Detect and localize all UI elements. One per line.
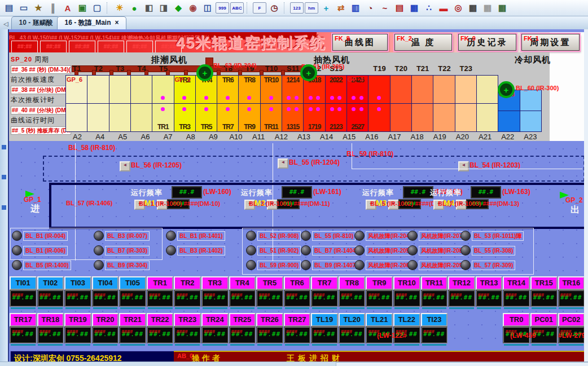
kiln-cell-bottom[interactable]: TR3 [174,103,196,132]
pilot-lamp-icon[interactable] [354,231,365,241]
track-arrow-button[interactable]: ◄ [120,161,130,171]
temp-cell-label[interactable]: TR1 [147,276,174,290]
temp-cell-label[interactable]: TR15 [530,276,558,290]
scatter-plot-icon[interactable]: ∴ [422,2,436,14]
numeric-999-display-icon[interactable]: 999 [216,2,229,14]
pilot-lamp-icon[interactable] [94,260,104,270]
parameter-value-display[interactable]: ##_5 (秒) 推板库存 (DM-98) [11,126,71,135]
pilot-lamp-icon[interactable] [12,231,22,241]
kiln-cell-bottom[interactable] [411,103,433,132]
temp-cell-label[interactable]: TL22 [393,313,420,327]
temp-cell-label[interactable]: TR24 [201,313,229,327]
kiln-cell-top[interactable]: 2022 [325,75,347,104]
temp-cell-label[interactable]: TI03 [64,276,91,290]
temp-cell-label[interactable]: TR7 [311,276,338,290]
history-data-icon[interactable]: ▦ [466,2,480,14]
temp-cell-label[interactable]: TR21 [119,313,146,327]
tab-scroll-left-button[interactable]: ◁ [2,20,11,29]
kiln-cell-top[interactable] [109,75,131,104]
temp-cell-label[interactable]: TR17 [10,313,37,327]
pilot-lamp-icon[interactable] [166,245,176,255]
kiln-cell-top[interactable] [455,75,477,104]
pilot-lamp-icon[interactable] [460,245,471,255]
pilot-lamp-icon[interactable] [407,245,418,255]
parameter-value-display[interactable]: ##_38 ## (分/块) (DM-50)(DM-51) [11,86,71,94]
data-transfer-icon[interactable]: ⇄ [334,2,348,14]
temp-led-display[interactable]: ##.###### [201,290,229,307]
tab-close-icon[interactable]: × [115,19,119,27]
temp-cell-label[interactable]: TR6 [284,276,311,290]
temp-cell-label[interactable]: TR11 [421,276,448,290]
kiln-cell-bottom[interactable] [476,103,498,132]
temp-led-display[interactable]: ##.###### [174,327,201,343]
text-tool-icon[interactable]: A [61,2,74,14]
track-arrow-button[interactable]: ◄ [278,158,288,169]
temp-led-display[interactable]: ##.###### [476,290,503,307]
kiln-cell-bottom[interactable]: TR5 [195,103,217,132]
kiln-cell-bottom[interactable]: TR1 [152,103,174,132]
time-display-icon[interactable]: hm [305,2,318,14]
temp-led-display[interactable]: ##.###### [174,290,201,307]
horizontal-scrollbar[interactable] [0,361,588,366]
kiln-cell-top[interactable]: 1214 [282,75,304,104]
temp-cell-label[interactable]: PC01 [530,313,558,327]
kiln-cell-bottom[interactable]: TR11 [260,103,282,132]
temp-led-display[interactable]: ##.###### [37,290,64,307]
freq-value-display[interactable]: ##.# [471,186,501,199]
temp-cell-label[interactable]: TI01 [10,276,37,290]
parameter-value-display[interactable]: ##_40 ## (分/块) (DM-54)(DM-55) [11,106,71,114]
temp-cell-label[interactable]: TR0 [503,313,530,327]
temp-cell-label[interactable]: TR8 [339,276,366,290]
selection-handle[interactable] [2,145,6,149]
temp-cell-label[interactable]: TR25 [229,313,256,327]
exhaust-fan-icon[interactable]: + [196,64,213,81]
meter-gauge-icon[interactable]: ◔ [363,2,377,14]
temp-led-display[interactable]: ##.###### [448,290,475,307]
screen-canvas[interactable]: BL_43 (LW-150)## (LW-152)## (LW-154)## 排… [8,29,584,361]
temp-led-display[interactable]: ##.###### [421,290,448,307]
temp-cell-label[interactable]: TR3 [201,276,229,290]
nav-button-3[interactable]: FK_0历史记录 [458,34,516,51]
kiln-cell-top[interactable] [87,75,109,104]
kiln-cell-top[interactable]: GP_42426 [346,75,368,104]
kiln-cell-top[interactable] [476,75,498,104]
temp-led-display[interactable]: ##.###### [147,290,174,307]
temp-led-display[interactable]: ##.###### [339,290,366,307]
temp-cell-label[interactable]: TR20 [92,313,119,327]
temp-cell-label[interactable]: TR5 [256,276,283,290]
kiln-cell-bottom[interactable] [433,103,455,132]
kiln-cell-top[interactable]: TR6 [217,75,239,104]
temp-cell-label[interactable]: TI23 [421,313,448,327]
nav-button-1[interactable]: FK_8曲线图 [332,34,388,51]
word-switch-icon[interactable]: ◨ [157,2,170,14]
pilot-lamp-icon[interactable] [460,231,471,241]
barcode-icon[interactable]: ║ [46,2,60,14]
bar-graph-icon[interactable]: ▥ [349,2,362,14]
xy-graph-icon[interactable]: ▦ [407,2,421,14]
temp-led-display[interactable]: ##.###### [256,290,283,307]
temp-cell-label[interactable]: TI05 [119,276,146,290]
kiln-cell-top[interactable] [433,75,455,104]
buzzer-icon[interactable]: ◉ [186,2,200,14]
pilot-lamp-icon[interactable] [354,260,365,270]
numeric-123-input-icon[interactable]: 123 [290,2,304,14]
kiln-cell-top[interactable]: GP_6 [65,75,87,104]
temp-led-display[interactable]: ##.###### [64,290,91,307]
kiln-cell-top[interactable]: TR10 [260,75,282,104]
temp-cell-label[interactable]: TR27 [284,313,311,327]
tab-screen-1[interactable]: 10 - 豗赐酸 [11,16,60,29]
rectangle-tool-icon[interactable]: ▭ [17,2,30,14]
temp-cell-label[interactable]: TL20 [339,313,366,327]
kiln-cell-bottom[interactable] [368,103,390,132]
toggle-switch-icon[interactable]: ◫ [201,2,214,14]
freq-value-display[interactable]: ##.# [403,186,433,199]
kiln-cell-bottom[interactable]: 1719 [303,103,325,132]
temp-led-display[interactable]: ##.###### [37,327,64,343]
temp-cell-label[interactable]: TR22 [147,313,174,327]
temp-cell-label[interactable]: TR2 [174,276,201,290]
kiln-cell-bottom[interactable] [65,103,87,132]
kiln-cell-top[interactable] [368,75,390,104]
tab-screen-2[interactable]: 16 - 敦譆_Main× [57,16,126,29]
temp-led-display[interactable]: ##.###### [339,327,366,343]
temp-cell-label[interactable]: TR9 [366,276,393,290]
